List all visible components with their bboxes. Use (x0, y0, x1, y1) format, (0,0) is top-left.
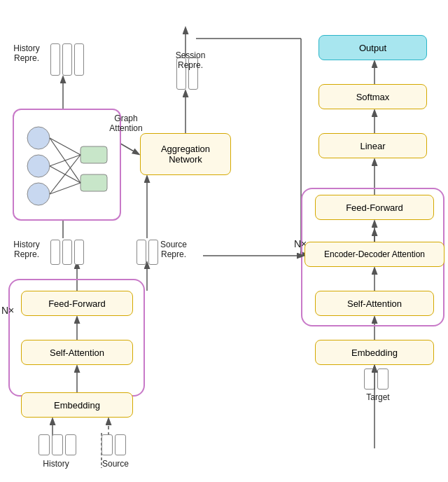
source-repre-label: Source Repre. (153, 240, 195, 259)
svg-point-24 (27, 183, 50, 205)
history-repre-top-bars (50, 43, 84, 76)
history-repre-mid-bars (50, 240, 84, 265)
feed-forward-right-box: Feed-Forward (315, 195, 434, 220)
diagram: History Repre. Graph Attention N× Feed-F… (0, 0, 448, 482)
softmax-label: Softmax (356, 92, 390, 102)
graph-attention-label: Graph Attention (98, 113, 154, 133)
feed-forward-right-label: Feed-Forward (346, 202, 403, 213)
history-bottom-bars (38, 434, 76, 455)
embedding-left-label: Embedding (54, 400, 100, 411)
feed-forward-left-label: Feed-Forward (48, 298, 106, 309)
output-label: Output (359, 43, 386, 53)
encoder-decoder-label: Encoder-Decoder Attention (324, 249, 425, 259)
self-attention-right-label: Self-Attention (347, 298, 402, 309)
session-repre-label: Session Repre. (162, 50, 218, 70)
self-attention-right-box: Self-Attention (315, 291, 434, 316)
svg-rect-25 (80, 146, 107, 163)
feed-forward-left-box: Feed-Forward (21, 291, 133, 316)
softmax-box: Softmax (318, 84, 427, 109)
source-bottom-label: Source (98, 459, 133, 469)
target-bottom-bars (364, 369, 388, 390)
svg-line-27 (50, 138, 80, 155)
self-attention-left-label: Self-Attention (50, 347, 104, 358)
linear-box: Linear (318, 133, 427, 158)
target-bottom-label: Target (360, 392, 396, 402)
history-repre-top-label: History Repre. (6, 43, 48, 63)
embedding-right-label: Embedding (351, 347, 398, 358)
aggregation-box: Aggregation Network (140, 133, 231, 175)
svg-point-22 (27, 127, 50, 149)
linear-label: Linear (360, 141, 385, 151)
history-bottom-label: History (35, 459, 77, 469)
self-attention-left-box: Self-Attention (21, 340, 133, 365)
svg-point-23 (27, 155, 50, 177)
embedding-right-box: Embedding (315, 340, 434, 365)
embedding-left-box: Embedding (21, 392, 133, 418)
output-box: Output (318, 35, 427, 60)
history-repre-mid-label: History Repre. (6, 240, 48, 259)
svg-rect-26 (80, 174, 107, 191)
encoder-decoder-box: Encoder-Decoder Attention (304, 242, 444, 267)
nx-left-label: N× (1, 305, 14, 316)
source-bottom-bars (102, 434, 126, 455)
aggregation-label: Aggregation Network (161, 144, 210, 165)
